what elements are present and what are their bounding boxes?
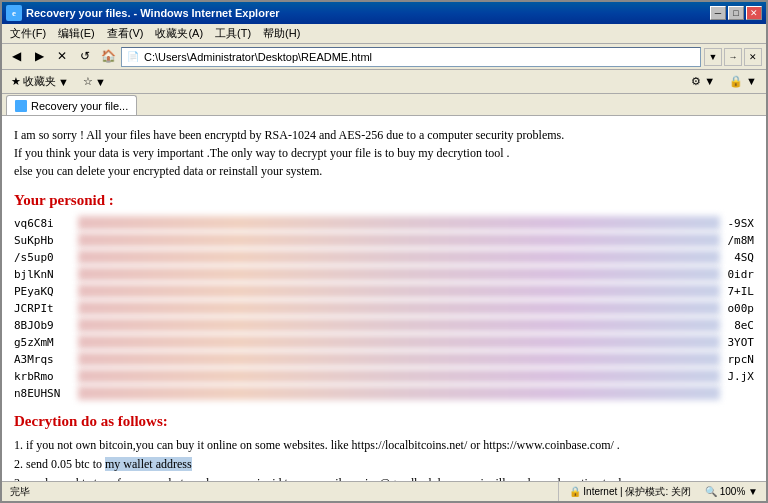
tab-label: Recovery your file... [31, 100, 128, 112]
instruction-step-1: 1. if you not own bitcoin,you can buy it… [14, 436, 754, 455]
personid-blur-5 [78, 301, 720, 315]
favorites-label: 收藏夹 [23, 74, 56, 89]
personid-suffix-7: 3YOT [724, 336, 754, 349]
back-button[interactable]: ◀ [6, 47, 26, 67]
nav-close-button[interactable]: ✕ [744, 48, 762, 66]
status-text: 完毕 [6, 482, 559, 501]
personid-row-7: g5zXmM 3YOT [14, 334, 754, 350]
personid-row-5: JCRPIt o00p [14, 300, 754, 316]
wallet-highlight: my wallet address [105, 457, 192, 471]
close-button[interactable]: ✕ [746, 6, 762, 20]
maximize-button[interactable]: □ [728, 6, 744, 20]
personid-prefix-10: n8EUHSN [14, 387, 74, 400]
add-icon: ☆ [83, 75, 93, 88]
personid-prefix-5: JCRPIt [14, 302, 74, 315]
address-bar-container: 📄 [121, 47, 701, 67]
personid-suffix-6: 8eC [724, 319, 754, 332]
browser-window: e Recovery your files. - Windows Interne… [0, 0, 768, 503]
personid-blur-4 [78, 284, 720, 298]
tools-button[interactable]: ⚙ ▼ [686, 72, 720, 91]
nav-dropdown-button[interactable]: ▼ [704, 48, 722, 66]
decrytion-section-title: Decrytion do as follows: [14, 413, 754, 430]
menu-bar: 文件(F) 编辑(E) 查看(V) 收藏夹(A) 工具(T) 帮助(H) [2, 24, 766, 44]
personid-row-10: n8EUHSN [14, 385, 754, 401]
personid-blur-7 [78, 335, 720, 349]
intro-text: I am so sorry ! All your files have been… [14, 126, 754, 180]
personid-blur-0 [78, 216, 720, 230]
forward-button[interactable]: ▶ [29, 47, 49, 67]
instructions-list: 1. if you not own bitcoin,you can buy it… [14, 436, 754, 481]
personid-blur-3 [78, 267, 720, 281]
minimize-button[interactable]: ─ [710, 6, 726, 20]
personid-row-6: 8BJOb9 8eC [14, 317, 754, 333]
intro-line3: else you can delete your encrypted data … [14, 162, 754, 180]
title-bar-left: e Recovery your files. - Windows Interne… [6, 5, 280, 21]
personid-row-4: PEyaKQ 7+IL [14, 283, 754, 299]
home-button[interactable]: 🏠 [98, 47, 118, 67]
menu-view[interactable]: 查看(V) [101, 24, 150, 43]
personid-prefix-6: 8BJOb9 [14, 319, 74, 332]
menu-favorites[interactable]: 收藏夹(A) [149, 24, 209, 43]
personid-suffix-5: o00p [724, 302, 754, 315]
favorites-dropdown-icon: ▼ [58, 76, 69, 88]
personid-row-1: SuKpHb /m8M [14, 232, 754, 248]
intro-line2: If you think your data is very important… [14, 144, 754, 162]
go-button[interactable]: → [724, 48, 742, 66]
menu-help[interactable]: 帮助(H) [257, 24, 306, 43]
menu-edit[interactable]: 编辑(E) [52, 24, 101, 43]
menu-tools[interactable]: 工具(T) [209, 24, 257, 43]
personid-blur-9 [78, 369, 720, 383]
instruction-step-2: 2. send 0.05 btc to my wallet address [14, 455, 754, 474]
personid-row-3: bjlKnN 0idr [14, 266, 754, 282]
personid-row-0: vq6C8i -9SX [14, 215, 754, 231]
browser-icon: e [6, 5, 22, 21]
personid-blur-8 [78, 352, 720, 366]
personid-prefix-7: g5zXmM [14, 336, 74, 349]
personid-prefix-1: SuKpHb [14, 234, 74, 247]
personid-suffix-3: 0idr [724, 268, 754, 281]
personid-suffix-2: 4SQ [724, 251, 754, 264]
toolbar-row: ★ 收藏夹 ▼ ☆ ▼ ⚙ ▼ 🔒 ▼ [2, 70, 766, 94]
personid-prefix-3: bjlKnN [14, 268, 74, 281]
favorites-toolbar-button[interactable]: ★ 收藏夹 ▼ [6, 71, 74, 92]
personid-row-8: A3Mrqs rpcN [14, 351, 754, 367]
address-input[interactable] [144, 51, 696, 63]
personid-prefix-0: vq6C8i [14, 217, 74, 230]
nav-extra-buttons: ▼ → ✕ [704, 48, 762, 66]
menu-file[interactable]: 文件(F) [4, 24, 52, 43]
personid-block: vq6C8i -9SX SuKpHb /m8M /s5up0 4SQ bjlKn… [14, 215, 754, 401]
safety-button[interactable]: 🔒 ▼ [724, 72, 762, 91]
personid-suffix-8: rpcN [724, 353, 754, 366]
personid-blur-2 [78, 250, 720, 264]
personid-blur-6 [78, 318, 720, 332]
add-favorites-button[interactable]: ☆ ▼ [78, 72, 111, 91]
window-title: Recovery your files. - Windows Internet … [26, 7, 280, 19]
intro-line1: I am so sorry ! All your files have been… [14, 126, 754, 144]
personid-blur-10 [78, 386, 720, 400]
stop-button[interactable]: ✕ [52, 47, 72, 67]
refresh-button[interactable]: ↺ [75, 47, 95, 67]
personid-row-9: krbRmo J.jX [14, 368, 754, 384]
title-bar: e Recovery your files. - Windows Interne… [2, 2, 766, 24]
personid-suffix-1: /m8M [724, 234, 754, 247]
zoom-level: 🔒 Internet | 保护模式: 关闭 [563, 485, 697, 499]
personid-blur-1 [78, 233, 720, 247]
status-bar: 完毕 🔒 Internet | 保护模式: 关闭 🔍 100% ▼ [2, 481, 766, 501]
personid-prefix-4: PEyaKQ [14, 285, 74, 298]
page-icon: 📄 [126, 50, 140, 64]
personid-suffix-4: 7+IL [724, 285, 754, 298]
personid-prefix-2: /s5up0 [14, 251, 74, 264]
tab-bar: Recovery your file... [2, 94, 766, 116]
favorites-icon: ★ [11, 75, 21, 88]
content-area: I am so sorry ! All your files have been… [2, 116, 766, 481]
personid-prefix-9: krbRmo [14, 370, 74, 383]
instruction-step-3: 3. send your btc transfer screenshots an… [14, 474, 754, 481]
add-label: ▼ [95, 76, 106, 88]
personid-prefix-8: A3Mrqs [14, 353, 74, 366]
personid-row-2: /s5up0 4SQ [14, 249, 754, 265]
browser-tab[interactable]: Recovery your file... [6, 95, 137, 115]
personid-suffix-0: -9SX [724, 217, 754, 230]
zoom-control[interactable]: 🔍 100% ▼ [701, 486, 762, 497]
nav-bar: ◀ ▶ ✕ ↺ 🏠 📄 ▼ → ✕ [2, 44, 766, 70]
personid-section-title: Your personid : [14, 192, 754, 209]
